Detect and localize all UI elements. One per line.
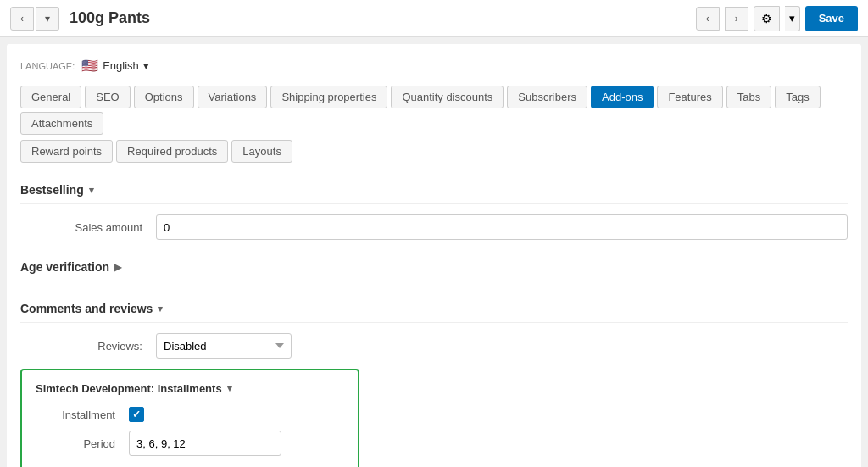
comments-reviews-title: Comments and reviews [20,302,153,315]
language-dropdown-arrow: ▾ [143,59,149,72]
reviews-select[interactable]: DisabledEnabledEnabled (require login) [156,333,292,359]
flag-icon: 🇺🇸 [81,58,98,74]
reviews-label: Reviews: [20,340,156,353]
tab-tabs[interactable]: Tabs [726,86,771,108]
sales-amount-label: Sales amount [20,221,156,234]
installment-checkbox[interactable] [129,407,144,422]
installments-arrow: ▾ [227,383,232,394]
tab-required[interactable]: Required products [116,140,228,163]
language-row: LANGUAGE: 🇺🇸 English ▾ [20,58,848,74]
tab-general[interactable]: General [20,86,81,108]
tab-attachments[interactable]: Attachments [20,112,103,135]
installments-header[interactable]: Simtech Development: Installments ▾ [36,382,344,395]
tab-subscribers[interactable]: Subscribers [507,86,587,108]
tab-reward[interactable]: Reward points [20,140,113,163]
age-verification-arrow: ▶ [114,262,121,273]
sales-amount-input[interactable] [156,214,848,240]
sales-amount-row: Sales amount [20,214,848,240]
bestselling-arrow: ▾ [89,185,94,196]
nav-dropdown-button[interactable]: ▾ [36,7,59,31]
language-selector[interactable]: 🇺🇸 English ▾ [81,58,149,74]
installments-title: Simtech Development: Installments [36,382,222,395]
tab-options[interactable]: Options [134,86,194,108]
next-record-button[interactable]: › [725,7,748,31]
main-content: LANGUAGE: 🇺🇸 English ▾ GeneralSEOOptions… [7,44,861,467]
page-title: 100g Pants [70,9,696,27]
bestselling-header[interactable]: Bestselling ▾ [20,176,848,204]
comments-reviews-arrow: ▾ [158,303,163,314]
language-label: LANGUAGE: [20,61,75,71]
comments-reviews-header[interactable]: Comments and reviews ▾ [20,295,848,323]
installment-row: Installment [36,407,344,422]
tab-seo[interactable]: SEO [85,86,130,108]
tabs-row-2: Reward pointsRequired productsLayouts [20,140,848,163]
tab-addons[interactable]: Add-ons [591,86,654,108]
tab-quantity[interactable]: Quantity discounts [391,86,504,108]
age-verification-section: Age verification ▶ [20,253,848,281]
installment-label: Installment [36,409,129,421]
top-actions: ‹ › ⚙ ▾ Save [696,6,858,31]
tab-tags[interactable]: Tags [775,86,820,108]
save-button[interactable]: Save [805,6,858,31]
tab-shipping[interactable]: Shipping properties [270,86,387,108]
tabs-row-1: GeneralSEOOptionsVariationsShipping prop… [20,86,848,135]
period-input[interactable] [129,431,281,456]
bestselling-title: Bestselling [20,183,84,197]
settings-dropdown-button[interactable]: ▾ [785,6,800,31]
back-button[interactable]: ‹ [10,7,34,31]
prev-record-button[interactable]: ‹ [696,7,720,31]
bestselling-section: Bestselling ▾ Sales amount [20,176,848,240]
comments-reviews-section: Comments and reviews ▾ Reviews: Disabled… [20,295,848,467]
settings-button[interactable]: ⚙ [754,6,780,31]
age-verification-title: Age verification [20,260,109,274]
tab-layouts[interactable]: Layouts [231,140,292,163]
top-bar-navigation: ‹ ▾ [10,7,59,31]
period-label: Period [36,437,129,450]
period-row: Period [36,431,344,456]
reviews-row: Reviews: DisabledEnabledEnabled (require… [20,333,848,359]
language-value: English [103,59,139,72]
age-verification-header[interactable]: Age verification ▶ [20,253,848,281]
top-bar: ‹ ▾ 100g Pants ‹ › ⚙ ▾ Save [0,0,868,37]
installments-box: Simtech Development: Installments ▾ Inst… [20,369,359,467]
tab-features[interactable]: Features [657,86,722,108]
tab-variations[interactable]: Variations [198,86,268,108]
